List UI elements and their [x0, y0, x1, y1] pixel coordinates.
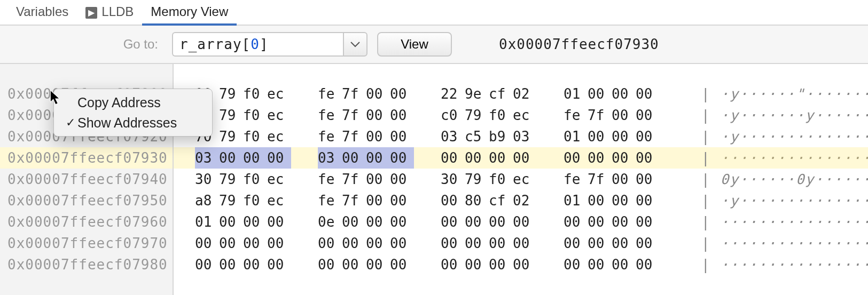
byte[interactable]: 00 — [366, 105, 390, 126]
byte[interactable]: ec — [267, 105, 291, 126]
byte[interactable]: ec — [267, 83, 291, 105]
byte[interactable]: f0 — [243, 169, 267, 190]
byte[interactable]: 79 — [219, 83, 243, 105]
byte[interactable]: 79 — [219, 126, 243, 147]
byte[interactable]: f0 — [243, 83, 267, 105]
byte[interactable]: 7f — [342, 169, 366, 190]
byte[interactable]: 00 — [342, 254, 366, 275]
byte[interactable]: b9 — [489, 126, 513, 147]
byte-group[interactable]: 00000000 — [564, 233, 660, 254]
byte-group[interactable]: 00000000 — [195, 254, 291, 275]
goto-history-dropdown[interactable] — [343, 32, 367, 57]
byte[interactable]: a8 — [195, 190, 219, 211]
byte[interactable]: f0 — [243, 105, 267, 126]
byte-group[interactable]: 0e000000 — [318, 211, 414, 233]
byte[interactable]: 00 — [366, 190, 390, 211]
byte[interactable]: 00 — [588, 233, 612, 254]
byte[interactable]: 00 — [489, 211, 513, 233]
byte[interactable]: ec — [513, 169, 537, 190]
byte[interactable]: 03 — [441, 126, 465, 147]
byte[interactable]: 01 — [564, 190, 588, 211]
byte[interactable]: 00 — [366, 126, 390, 147]
byte-group[interactable]: 229ecf02 — [441, 83, 537, 105]
byte[interactable]: fe — [564, 169, 588, 190]
byte[interactable]: 03 — [195, 147, 219, 169]
byte[interactable]: 00 — [366, 147, 390, 169]
byte[interactable]: 00 — [441, 233, 465, 254]
byte[interactable]: 00 — [366, 211, 390, 233]
byte[interactable]: ec — [267, 169, 291, 190]
byte[interactable]: 00 — [489, 147, 513, 169]
address-cell[interactable]: 0x00007ffeecf07960 — [0, 211, 173, 233]
byte-group[interactable]: 03000000 — [318, 147, 414, 169]
byte[interactable]: 79 — [219, 105, 243, 126]
byte[interactable]: 00 — [489, 233, 513, 254]
byte[interactable]: 79 — [219, 190, 243, 211]
byte[interactable]: 00 — [243, 211, 267, 233]
byte[interactable]: 00 — [513, 147, 537, 169]
byte[interactable]: 00 — [441, 211, 465, 233]
byte[interactable]: 00 — [636, 233, 660, 254]
byte[interactable]: 00 — [564, 147, 588, 169]
byte-group[interactable]: fe7f0000 — [318, 83, 414, 105]
byte[interactable]: 00 — [612, 83, 636, 105]
byte-group[interactable]: 01000000 — [195, 211, 291, 233]
byte-group[interactable]: fe7f0000 — [318, 105, 414, 126]
byte[interactable]: 00 — [342, 211, 366, 233]
byte[interactable]: ec — [267, 190, 291, 211]
byte[interactable]: 00 — [219, 211, 243, 233]
byte[interactable]: 00 — [513, 254, 537, 275]
byte[interactable]: 00 — [219, 233, 243, 254]
byte-group[interactable]: 01000000 — [564, 126, 660, 147]
byte[interactable]: 00 — [564, 254, 588, 275]
byte[interactable]: 00 — [588, 190, 612, 211]
byte[interactable]: 00 — [588, 147, 612, 169]
byte[interactable]: 00 — [612, 211, 636, 233]
byte[interactable]: 00 — [636, 211, 660, 233]
byte-group[interactable]: 00000000 — [441, 147, 537, 169]
byte[interactable]: 00 — [390, 105, 414, 126]
byte[interactable]: 00 — [366, 254, 390, 275]
byte-group[interactable]: 00000000 — [564, 211, 660, 233]
byte[interactable]: 00 — [342, 147, 366, 169]
byte[interactable]: 00 — [513, 211, 537, 233]
byte[interactable]: 01 — [564, 126, 588, 147]
byte[interactable]: 00 — [612, 233, 636, 254]
byte[interactable]: 00 — [366, 83, 390, 105]
tab-memory-view[interactable]: Memory View — [142, 0, 237, 25]
byte[interactable]: 01 — [564, 83, 588, 105]
byte[interactable]: 00 — [390, 233, 414, 254]
byte[interactable]: 00 — [195, 254, 219, 275]
byte[interactable]: 00 — [267, 254, 291, 275]
byte[interactable]: 00 — [636, 126, 660, 147]
address-cell[interactable]: 0x00007ffeecf07970 — [0, 233, 173, 254]
byte[interactable]: f0 — [243, 190, 267, 211]
byte[interactable]: 30 — [195, 169, 219, 190]
byte[interactable]: f0 — [489, 105, 513, 126]
byte[interactable]: 03 — [318, 147, 342, 169]
byte[interactable]: 7f — [342, 83, 366, 105]
byte-group[interactable]: 01000000 — [564, 83, 660, 105]
menu-copy-address[interactable]: Copy Address — [54, 92, 212, 113]
byte[interactable]: 80 — [465, 190, 489, 211]
view-button[interactable]: View — [377, 32, 452, 57]
byte[interactable]: fe — [318, 169, 342, 190]
byte[interactable]: 22 — [441, 83, 465, 105]
byte[interactable]: 00 — [390, 126, 414, 147]
byte-group[interactable]: fe7f0000 — [318, 126, 414, 147]
byte[interactable]: 00 — [636, 169, 660, 190]
byte[interactable]: 00 — [366, 169, 390, 190]
byte[interactable]: 7f — [588, 169, 612, 190]
address-cell[interactable]: 0x00007ffeecf07930 — [0, 147, 173, 169]
byte-group[interactable]: fe7f0000 — [564, 169, 660, 190]
byte[interactable]: 00 — [318, 254, 342, 275]
byte[interactable]: c0 — [441, 105, 465, 126]
byte[interactable]: 03 — [513, 126, 537, 147]
byte[interactable]: 00 — [267, 211, 291, 233]
byte[interactable]: cf — [489, 190, 513, 211]
byte[interactable]: 00 — [612, 147, 636, 169]
byte-group[interactable]: c079f0ec — [441, 105, 537, 126]
menu-show-addresses[interactable]: ✓ Show Addresses — [54, 113, 212, 133]
byte[interactable]: 00 — [564, 211, 588, 233]
byte-group[interactable]: 03000000 — [195, 147, 291, 169]
